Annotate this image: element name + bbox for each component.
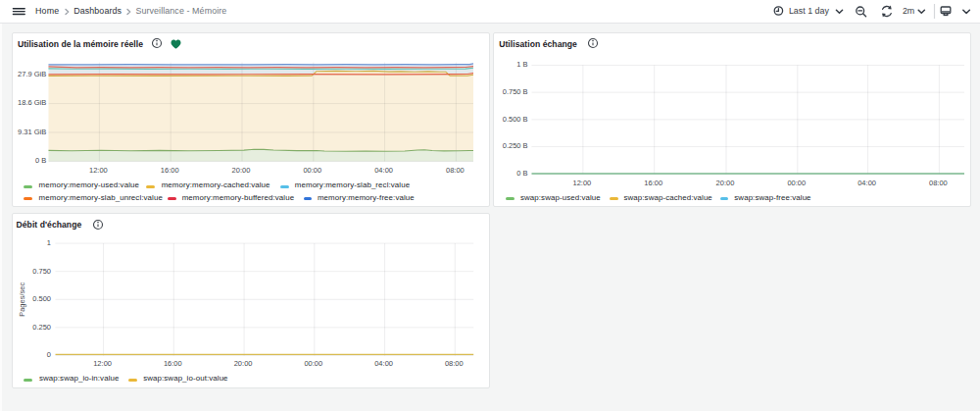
svg-text:16:00: 16:00 <box>164 359 182 368</box>
svg-text:0.500 B: 0.500 B <box>503 115 528 124</box>
svg-text:0.250: 0.250 <box>32 323 51 332</box>
svg-text:00:00: 00:00 <box>304 359 322 368</box>
svg-text:18.6 GiB: 18.6 GiB <box>18 98 46 107</box>
svg-text:0: 0 <box>47 350 51 359</box>
svg-text:1 B: 1 B <box>516 60 527 69</box>
svg-text:00:00: 00:00 <box>787 179 806 187</box>
svg-text:04:00: 04:00 <box>374 166 393 175</box>
svg-text:04:00: 04:00 <box>374 359 393 368</box>
svg-text:16:00: 16:00 <box>644 179 662 187</box>
svg-text:00:00: 00:00 <box>303 166 321 175</box>
svg-text:20:00: 20:00 <box>716 179 735 187</box>
svg-text:0.250 B: 0.250 B <box>503 141 528 150</box>
svg-text:12:00: 12:00 <box>89 166 108 175</box>
svg-text:12:00: 12:00 <box>573 179 592 187</box>
svg-text:0.750 B: 0.750 B <box>503 87 528 96</box>
svg-text:20:00: 20:00 <box>234 359 253 368</box>
svg-text:12:00: 12:00 <box>93 359 112 368</box>
svg-text:9.31 GiB: 9.31 GiB <box>18 128 46 136</box>
svg-text:Pages/sec: Pages/sec <box>18 283 26 317</box>
svg-text:27.9 GiB: 27.9 GiB <box>18 70 46 78</box>
svg-text:16:00: 16:00 <box>161 166 179 175</box>
svg-text:04:00: 04:00 <box>858 179 876 187</box>
svg-text:1: 1 <box>47 238 51 247</box>
svg-text:0 B: 0 B <box>35 156 46 165</box>
svg-text:0.750: 0.750 <box>32 267 51 276</box>
svg-text:08:00: 08:00 <box>929 179 948 187</box>
svg-text:08:00: 08:00 <box>446 166 465 175</box>
svg-text:0.500: 0.500 <box>32 294 51 303</box>
svg-text:20:00: 20:00 <box>232 166 251 175</box>
svg-text:0 B: 0 B <box>516 169 527 178</box>
svg-text:08:00: 08:00 <box>445 359 464 368</box>
